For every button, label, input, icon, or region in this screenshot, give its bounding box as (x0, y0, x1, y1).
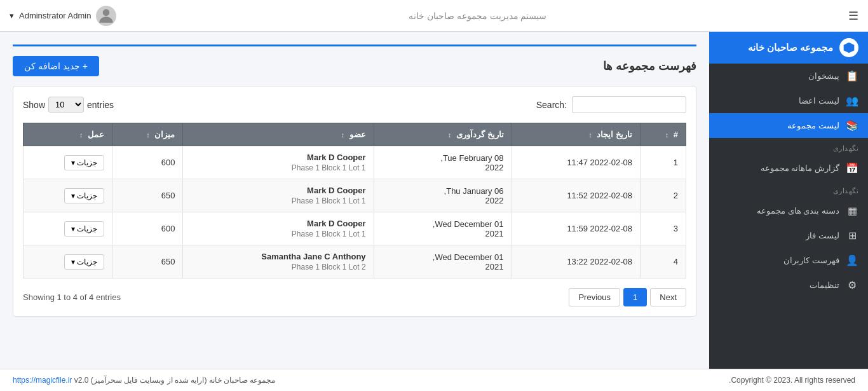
sidebar-item-settings[interactable]: ⚙ تنظیمات (709, 273, 868, 298)
table-row: 4 2022-02-08 13:22 Wed December 01,2021 … (24, 245, 686, 278)
content-area: فهرست مجموعه ها + جدید اضافه کن Show 10 … (0, 32, 709, 369)
phase-icon: ⊞ (846, 230, 858, 242)
cell-action[interactable]: جزیات ▾ (24, 245, 112, 278)
users-icon: 👤 (846, 254, 858, 266)
sort-icon-gardavari: ↕ (448, 131, 452, 139)
cell-amount: 650 (112, 245, 183, 278)
footer-left: Copyright © 2023. All rights reserved. (729, 376, 855, 385)
user-dropdown-icon: ▾ (10, 11, 14, 20)
category-icon: ▦ (846, 205, 858, 217)
sidebar-item-label: تنظیمات (810, 280, 839, 290)
add-new-button[interactable]: + جدید اضافه کن (13, 56, 99, 76)
search-input[interactable] (572, 96, 686, 113)
dashboard-icon: 📋 (846, 70, 858, 82)
sidebar-item-label: لیست فاز (806, 231, 839, 240)
table-controls: Show 10 25 50 100 entries Search: (23, 96, 686, 113)
cell-member: Mark D Cooper Phase 1 Block 1 Lot 1 (183, 146, 374, 179)
col-member: عضو ↕ (183, 123, 374, 146)
cell-amount: 600 (112, 212, 183, 245)
sidebar-item-members[interactable]: 👥 لیست اعضا (709, 88, 868, 113)
footer-right: مجموعه صاحبان خانه (ارایه شده از وبسایت … (13, 376, 275, 385)
sidebar-item-phase[interactable]: ⊞ لیست فاز (709, 223, 868, 248)
svg-point-0 (103, 9, 110, 16)
sidebar-item-label: گزارش ماهانه مجموعه (761, 163, 839, 173)
cell-gardavari: Wed December 01,2021 (374, 212, 512, 245)
page-header: فهرست مجموعه ها + جدید اضافه کن (13, 56, 696, 76)
section-label-negahdari-2: نگهداری (709, 181, 868, 198)
data-table: # ↕ تاریخ ایجاد ↕ تاریخ گردآوری ↕ (23, 123, 686, 278)
footer-link[interactable]: https://magicfile.ir (13, 376, 72, 385)
sidebar-item-users[interactable]: 👤 فهرست کاربران (709, 248, 868, 273)
sidebar-item-list-mojooa[interactable]: 📚 لیست مجموعه (709, 113, 868, 138)
sidebar-item-category[interactable]: ▦ دسته بندی های مجموعه (709, 198, 868, 223)
sidebar-item-monthly-report[interactable]: 📅 گزارش ماهانه مجموعه (709, 156, 868, 181)
header-title: سیستم مدیریت مجموعه صاحبان خانه (116, 11, 839, 21)
entries-select[interactable]: 10 25 50 100 (48, 97, 84, 113)
logo-text: مجموعه صاحبان خانه (748, 42, 833, 53)
sidebar-item-label: فهرست کاربران (783, 256, 839, 265)
cell-amount: 600 (112, 146, 183, 179)
col-gardavari: تاریخ گردآوری ↕ (374, 123, 512, 146)
version-text: v2.0 (74, 376, 89, 385)
cell-created: 2022-02-08 11:52 (512, 179, 641, 212)
details-button[interactable]: جزیات ▾ (64, 188, 104, 203)
col-amount: میزان ↕ (112, 123, 183, 146)
footer-right-text: مجموعه صاحبان خانه (ارایه شده از وبسایت … (91, 376, 276, 385)
sidebar-item-label: دسته بندی های مجموعه (757, 206, 839, 216)
col-num: # ↕ (641, 123, 686, 146)
col-created: تاریخ ایجاد ↕ (512, 123, 641, 146)
sidebar-item-label: لیست مجموعه (787, 121, 839, 130)
page-footer: Copyright © 2023. All rights reserved. م… (0, 369, 868, 391)
members-icon: 👥 (846, 95, 858, 107)
page-1-button[interactable]: 1 (623, 288, 647, 306)
cell-created: 2022-02-08 11:47 (512, 146, 641, 179)
entries-label: entries (87, 100, 114, 110)
list-icon: 📚 (846, 120, 858, 132)
next-button[interactable]: Next (650, 288, 686, 306)
sort-icon-amount: ↕ (146, 131, 150, 139)
show-entries: Show 10 25 50 100 entries (23, 97, 114, 113)
details-button[interactable]: جزیات ▾ (64, 254, 104, 270)
monthly-report-icon: 📅 (846, 162, 858, 174)
pagination: Previous 1 Next (569, 288, 686, 306)
page-title: فهرست مجموعه ها (603, 59, 696, 73)
previous-button[interactable]: Previous (569, 288, 620, 306)
table-footer: Showing 1 to 4 of 4 entries Previous 1 N… (23, 288, 686, 306)
table-row: 1 2022-02-08 11:47 Tue February 08,2022 … (24, 146, 686, 179)
logo-icon (839, 38, 858, 57)
cell-action[interactable]: جزیات ▾ (24, 212, 112, 245)
cell-created: 2022-02-08 13:22 (512, 245, 641, 278)
user-name: Adminstrator Admin (19, 11, 91, 20)
table-row: 2 2022-02-08 11:52 Thu January 06,2022 M… (24, 179, 686, 212)
sort-icon-action: ↕ (79, 131, 83, 139)
details-button[interactable]: جزیات ▾ (64, 221, 104, 237)
search-box: Search: (536, 96, 686, 113)
avatar (96, 6, 116, 26)
sidebar-item-label: پیشخوان (808, 71, 839, 81)
sidebar-item-dashboard[interactable]: 📋 پیشخوان (709, 64, 868, 88)
sort-icon-created: ↕ (588, 131, 592, 139)
showing-info: Showing 1 to 4 of 4 entries (23, 292, 121, 302)
settings-icon: ⚙ (846, 279, 858, 291)
sort-icon-num: ↕ (665, 131, 669, 139)
col-action: عمل ↕ (24, 123, 112, 146)
cell-gardavari: Wed December 01,2021 (374, 245, 512, 278)
sidebar: مجموعه صاحبان خانه 📋 پیشخوان 👥 لیست اعضا… (709, 32, 868, 369)
cell-num: 4 (641, 245, 686, 278)
cell-member: Samantha Jane C Anthony Phase 1 Block 1 … (183, 245, 374, 278)
cell-num: 1 (641, 146, 686, 179)
sidebar-item-label: لیست اعضا (799, 96, 839, 106)
cell-action[interactable]: جزیات ▾ (24, 179, 112, 212)
cell-member: Mark D Cooper Phase 1 Block 1 Lot 1 (183, 212, 374, 245)
cell-amount: 650 (112, 179, 183, 212)
cell-action[interactable]: جزیات ▾ (24, 146, 112, 179)
table-card: Show 10 25 50 100 entries Search: (13, 86, 696, 317)
details-button[interactable]: جزیات ▾ (64, 155, 104, 170)
menu-toggle-icon[interactable]: ☰ (848, 9, 858, 23)
table-row: 3 2022-02-08 11:59 Wed December 01,2021 … (24, 212, 686, 245)
cell-created: 2022-02-08 11:59 (512, 212, 641, 245)
search-label: Search: (536, 100, 567, 110)
sidebar-logo: مجموعه صاحبان خانه (709, 32, 868, 64)
user-menu[interactable]: Adminstrator Admin ▾ (10, 6, 116, 26)
show-label: Show (23, 100, 45, 110)
